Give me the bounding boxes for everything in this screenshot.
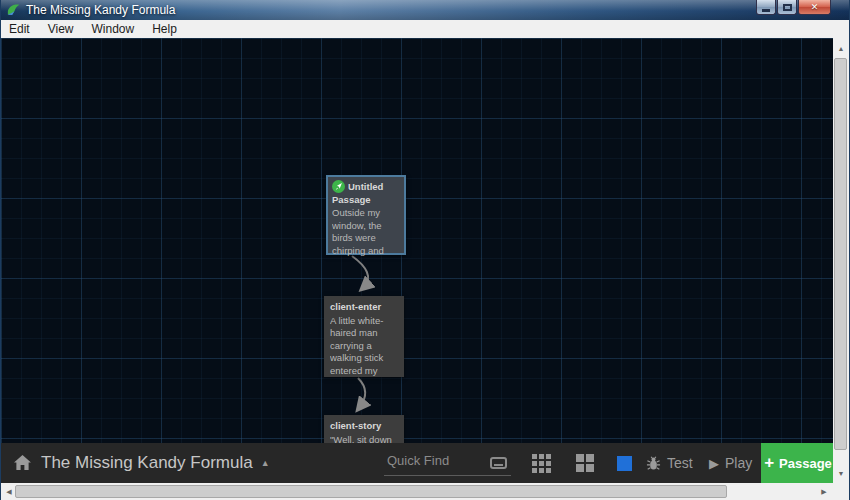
passage-untitled-passage[interactable]: Untitled Passage Outside my window, the … — [326, 175, 406, 255]
story-title: The Missing Kandy Formula — [41, 453, 253, 473]
close-button[interactable]: ✕ — [798, 0, 831, 15]
horizontal-scroll-thumb[interactable] — [15, 485, 727, 498]
passage-excerpt: Outside my window, the birds were chirpi… — [332, 207, 400, 257]
square-icon — [617, 456, 632, 471]
keyboard-icon[interactable] — [490, 457, 507, 469]
passage-link-arrows — [1, 38, 835, 483]
scroll-up-arrow-icon[interactable]: ▲ — [833, 40, 849, 56]
passage-excerpt: A little white-haired man carrying a wal… — [330, 315, 398, 377]
bottom-toolbar: The Missing Kandy Formula ▲ — [1, 443, 835, 483]
new-passage-button[interactable]: + Passage — [761, 443, 835, 483]
twine-app-icon — [7, 3, 21, 17]
start-rocket-icon — [332, 180, 345, 193]
window-controls: ✕ — [755, 0, 831, 15]
grid-3x3-icon — [532, 454, 551, 473]
play-label: Play — [725, 455, 752, 471]
scroll-right-arrow-icon[interactable]: ▶ — [817, 483, 831, 500]
scroll-down-arrow-icon[interactable]: ▼ — [833, 465, 849, 481]
zoom-grid-medium-button[interactable] — [567, 443, 603, 483]
story-map-canvas[interactable]: Untitled Passage Outside my window, the … — [1, 38, 835, 483]
home-icon — [14, 455, 31, 471]
plus-icon: + — [764, 454, 774, 471]
test-label: Test — [667, 455, 693, 471]
grid-2x2-icon — [576, 454, 594, 472]
passage-title: client-story — [330, 420, 398, 433]
test-button[interactable]: Test — [646, 443, 693, 483]
passage-title: Untitled Passage — [332, 180, 400, 206]
passage-title: client-enter — [330, 301, 398, 314]
new-passage-label: Passage — [779, 456, 832, 471]
minimize-icon — [762, 9, 770, 12]
app-window: The Missing Kandy Formula ✕ Edit View Wi… — [0, 0, 850, 500]
menu-edit[interactable]: Edit — [1, 20, 39, 38]
play-button[interactable]: ▶ Play — [709, 443, 752, 483]
scrollbar-corner — [833, 483, 849, 500]
menu-window[interactable]: Window — [82, 20, 143, 38]
vertical-scroll-thumb[interactable] — [834, 58, 847, 450]
horizontal-scrollbar[interactable]: ◀ ▶ — [1, 483, 835, 500]
zoom-full-button[interactable] — [606, 443, 642, 483]
window-title: The Missing Kandy Formula — [26, 3, 175, 17]
bug-icon — [646, 456, 661, 471]
menu-bar: Edit View Window Help — [1, 20, 849, 38]
maximize-button[interactable] — [777, 0, 797, 15]
vertical-scrollbar[interactable]: ▲ ▼ — [833, 38, 849, 483]
maximize-icon — [783, 4, 792, 11]
passage-client-enter[interactable]: client-enter A little white-haired man c… — [324, 296, 404, 377]
menu-help[interactable]: Help — [143, 20, 186, 38]
story-menu-caret-icon: ▲ — [261, 458, 270, 468]
story-menu-button[interactable]: The Missing Kandy Formula ▲ — [14, 443, 270, 483]
scroll-left-arrow-icon[interactable]: ◀ — [2, 483, 16, 500]
zoom-grid-small-button[interactable] — [523, 443, 559, 483]
quick-find-field — [384, 450, 511, 476]
play-icon: ▶ — [709, 456, 719, 471]
title-bar[interactable]: The Missing Kandy Formula ✕ — [1, 0, 849, 20]
menu-view[interactable]: View — [39, 20, 83, 38]
minimize-button[interactable] — [756, 0, 776, 15]
